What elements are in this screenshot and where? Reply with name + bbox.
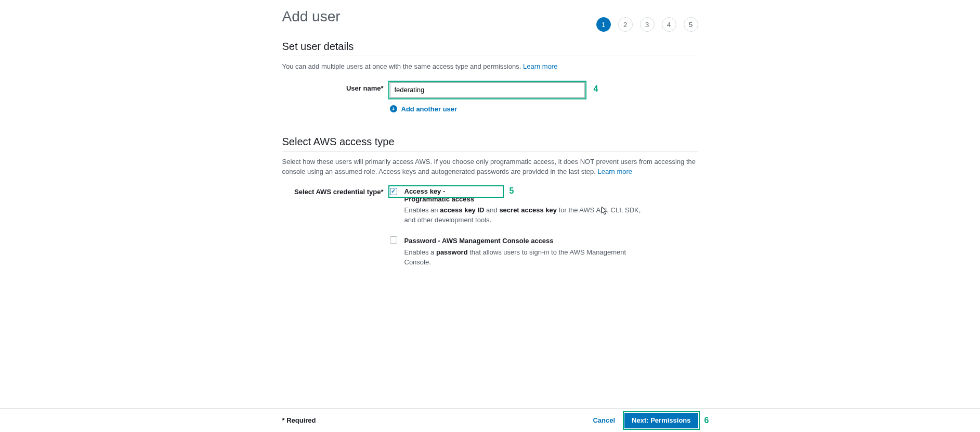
access-key-option-desc: Enables an access key ID and secret acce…	[404, 205, 654, 225]
annotation-label-5: 5	[509, 186, 514, 196]
plus-circle-icon: +	[390, 105, 397, 112]
username-input[interactable]	[390, 82, 585, 98]
learn-more-link-access-type[interactable]: Learn more	[598, 168, 632, 175]
access-key-checkbox[interactable]	[390, 188, 397, 195]
wizard-step-1[interactable]: 1	[596, 17, 611, 32]
section-desc-access-type: Select how these users will primarily ac…	[282, 157, 698, 177]
annotation-label-4: 4	[594, 84, 598, 94]
wizard-step-2[interactable]: 2	[618, 17, 633, 32]
section-title-access-type: Select AWS access type	[282, 136, 698, 148]
add-another-user-link[interactable]: Add another user	[401, 105, 458, 113]
divider	[282, 151, 698, 151]
password-option-title: Password - AWS Management Console access	[404, 237, 554, 245]
page-title: Add user	[282, 8, 341, 25]
password-checkbox[interactable]	[390, 236, 397, 244]
credential-type-label: Select AWS credential type*	[282, 187, 384, 196]
access-key-option-title: Access key - Programmatic access	[404, 187, 480, 203]
wizard-step-3[interactable]: 3	[640, 17, 655, 32]
divider	[282, 56, 698, 56]
wizard-stepper: 1 2 3 4 5	[596, 17, 698, 32]
section-title-user-details: Set user details	[282, 41, 698, 53]
wizard-step-5[interactable]: 5	[684, 17, 698, 32]
username-label: User name*	[282, 82, 384, 92]
section-desc-user-details: You can add multiple users at once with …	[282, 61, 698, 72]
learn-more-link-user-details[interactable]: Learn more	[523, 62, 557, 70]
wizard-step-4[interactable]: 4	[662, 17, 676, 32]
password-option-desc: Enables a password that allows users to …	[404, 247, 654, 268]
